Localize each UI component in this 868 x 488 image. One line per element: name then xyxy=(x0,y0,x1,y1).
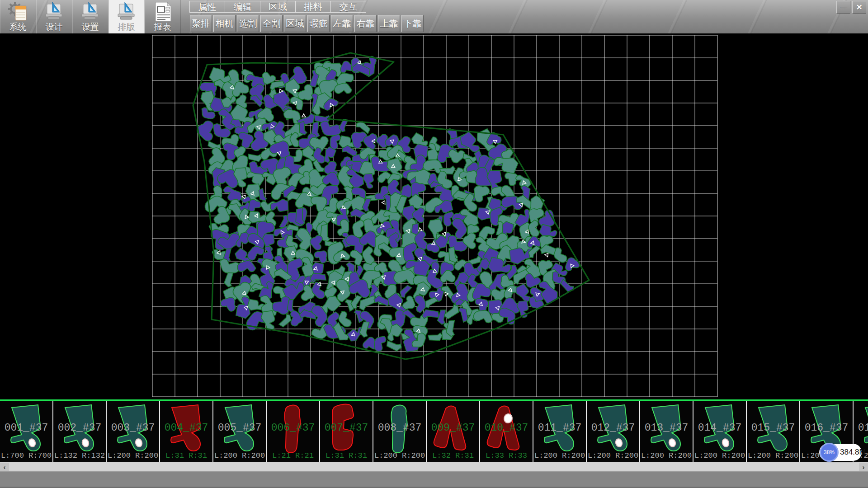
menu-tab-3[interactable]: 区域 xyxy=(260,1,296,13)
tool-button-1[interactable]: 聚排 xyxy=(190,15,212,32)
app-button-1[interactable]: 系统 xyxy=(0,0,36,33)
piece-thumbnail-002_#37[interactable]: 002_#37L:132 R:132 xyxy=(53,401,107,462)
piece-id-label: 010_#37 xyxy=(480,422,533,434)
piece-id-label: 009_#37 xyxy=(427,422,479,434)
memory-status-pill: 38% 384.8M xyxy=(819,444,862,461)
piece-id-label: 007_#37 xyxy=(320,422,373,434)
piece-thumbnail-007_#37[interactable]: 007_#37L:31 R:31 xyxy=(320,401,373,462)
app-button-5[interactable]: 报表 xyxy=(145,0,181,33)
piece-id-label: 006_#37 xyxy=(267,422,319,434)
nested-piece[interactable] xyxy=(427,329,443,343)
menu-tab-1[interactable]: 属性 xyxy=(189,1,225,13)
piece-thumbnail-strip: 001_#37L:700 R:700002_#37L:132 R:132003_… xyxy=(0,399,868,462)
app-button-label: 设计 xyxy=(46,22,63,32)
nesting-canvas[interactable] xyxy=(0,33,868,399)
app-button-3[interactable]: 设置 xyxy=(72,0,108,33)
nested-piece[interactable] xyxy=(385,336,403,354)
piece-lr-count-label: L:31 R:31 xyxy=(320,451,373,460)
piece-thumbnail-009_#37[interactable]: 009_#37L:32 R:31 xyxy=(427,401,480,462)
piece-thumbnail-001_#37[interactable]: 001_#37L:700 R:700 xyxy=(0,401,53,462)
system-gear-notebook-icon xyxy=(7,1,29,22)
piece-id-label: 008_#37 xyxy=(373,422,426,434)
tool-button-4[interactable]: 全割 xyxy=(260,15,283,32)
tool-button-10[interactable]: 下靠 xyxy=(401,15,424,32)
scroll-left-arrow-icon[interactable]: ‹ xyxy=(0,463,9,471)
scroll-right-arrow-icon[interactable]: › xyxy=(859,463,868,471)
piece-lr-count-label: L:132 R:132 xyxy=(53,451,106,460)
nested-piece[interactable] xyxy=(261,310,275,330)
piece-id-label: 017_#37 xyxy=(854,422,868,434)
piece-thumbnail-015_#37[interactable]: 015_#37L:200 R:200 xyxy=(747,401,800,462)
piece-thumbnail-008_#37[interactable]: 008_#37L:200 R:200 xyxy=(373,401,427,462)
tool-button-2[interactable]: 相机 xyxy=(213,15,236,32)
piece-id-label: 001_#37 xyxy=(0,422,52,434)
piece-thumbnail-013_#37[interactable]: 013_#37L:200 R:200 xyxy=(640,401,693,462)
window-controls: ─ ✕ xyxy=(836,1,866,14)
minimize-button[interactable]: ─ xyxy=(836,1,850,14)
tool-buttons: 聚排相机选割全割区域瑕疵左靠右靠上靠下靠 xyxy=(190,15,425,33)
nested-piece[interactable] xyxy=(257,188,268,201)
app-button-2[interactable]: 设计 xyxy=(36,0,72,33)
status-bar xyxy=(0,471,868,488)
piece-lr-count-label: L:200 R:200 xyxy=(107,451,159,460)
app-nav: 系统设计设置排版报表 xyxy=(0,0,183,33)
tool-button-8[interactable]: 右靠 xyxy=(354,15,377,32)
app-button-label: 排版 xyxy=(118,22,135,32)
piece-thumbnail-012_#37[interactable]: 012_#37L:200 R:200 xyxy=(587,401,640,462)
piece-thumbnail-005_#37[interactable]: 005_#37L:200 R:200 xyxy=(213,401,267,462)
piece-lr-count-label: L:200 R:200 xyxy=(533,451,586,460)
layout-ruler-laptop-icon xyxy=(116,1,137,22)
nesting-canvas-svg xyxy=(0,33,868,399)
piece-lr-count-label: L:200 R:200 xyxy=(587,451,639,460)
piece-thumbnail-list: 001_#37L:700 R:700002_#37L:132 R:132003_… xyxy=(0,401,868,462)
tool-button-6[interactable]: 瑕疵 xyxy=(307,15,330,32)
piece-id-label: 012_#37 xyxy=(587,422,639,434)
piece-id-marker-icon xyxy=(544,253,548,257)
app-button-label: 报表 xyxy=(154,22,171,32)
settings-ruler-laptop-icon xyxy=(80,1,101,22)
app-button-4[interactable]: 排版 xyxy=(108,0,145,33)
menu-tab-2[interactable]: 编辑 xyxy=(225,1,260,13)
nested-piece[interactable] xyxy=(554,248,567,263)
piece-lr-count-label: L:200 R:200 xyxy=(213,451,266,460)
piece-id-label: 016_#37 xyxy=(800,422,853,434)
piece-lr-count-label: L:700 R:700 xyxy=(0,451,52,460)
piece-thumbnail-014_#37[interactable]: 014_#37L:200 R:200 xyxy=(693,401,747,462)
piece-id-label: 014_#37 xyxy=(693,422,746,434)
piece-thumbnail-010_#37[interactable]: 010_#37L:33 R:33 xyxy=(480,401,533,462)
piece-id-label: 011_#37 xyxy=(533,422,586,434)
nested-piece[interactable] xyxy=(411,182,426,198)
report-document-icon xyxy=(152,1,174,22)
design-ruler-laptop-icon xyxy=(43,1,65,22)
piece-thumbnail-006_#37[interactable]: 006_#37L:21 R:21 xyxy=(267,401,320,462)
nested-piece[interactable] xyxy=(222,271,238,288)
piece-thumbnail-011_#37[interactable]: 011_#37L:200 R:200 xyxy=(533,401,587,462)
tool-button-7[interactable]: 左靠 xyxy=(331,15,353,32)
horizontal-scrollbar[interactable]: ‹ › xyxy=(0,462,868,471)
piece-id-label: 005_#37 xyxy=(213,422,266,434)
piece-lr-count-label: L:32 R:31 xyxy=(427,451,479,460)
memory-usage-label: 384.8M xyxy=(840,444,866,461)
menu-tabs: 属性编辑区域排料交互 xyxy=(190,1,425,14)
piece-id-label: 013_#37 xyxy=(640,422,693,434)
piece-id-marker-icon xyxy=(382,201,385,204)
tool-button-3[interactable]: 选割 xyxy=(237,15,259,32)
piece-id-label: 015_#37 xyxy=(747,422,799,434)
piece-id-label: 003_#37 xyxy=(107,422,159,434)
piece-id-label: 004_#37 xyxy=(160,422,212,434)
menu-tab-4[interactable]: 排料 xyxy=(295,1,331,13)
progress-percent-badge: 38% xyxy=(820,443,839,462)
nested-piece[interactable] xyxy=(363,174,374,188)
piece-lr-count-label: L:200 R:200 xyxy=(640,451,693,460)
piece-lr-count-label: L:31 R:31 xyxy=(160,451,212,460)
nested-piece[interactable] xyxy=(270,198,289,212)
piece-thumbnail-003_#37[interactable]: 003_#37L:200 R:200 xyxy=(107,401,160,462)
piece-id-label: 002_#37 xyxy=(53,422,106,434)
menu-tab-5[interactable]: 交互 xyxy=(330,1,366,13)
piece-thumbnail-004_#37[interactable]: 004_#37L:31 R:31 xyxy=(160,401,213,462)
piece-lr-count-label: L:200 R:200 xyxy=(747,451,799,460)
close-button[interactable]: ✕ xyxy=(852,1,866,14)
app-button-label: 设置 xyxy=(82,22,99,32)
tool-button-5[interactable]: 区域 xyxy=(284,15,306,32)
tool-button-9[interactable]: 上靠 xyxy=(378,15,400,32)
